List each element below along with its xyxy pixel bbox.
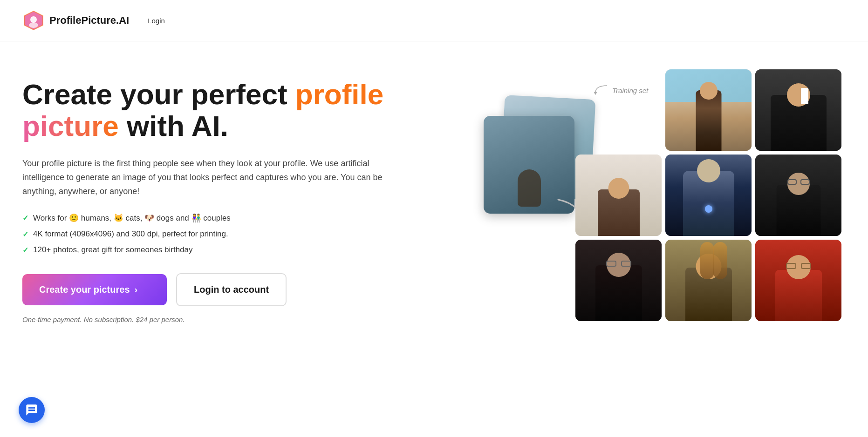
header: ProfilePicture.AI Login <box>0 0 868 41</box>
login-to-account-button[interactable]: Login to account <box>176 273 287 306</box>
svg-point-3 <box>29 22 38 28</box>
check-icon-1: ✓ <box>22 214 28 222</box>
photo-cell-7 <box>665 240 752 321</box>
nav-login-link[interactable]: Login <box>148 17 165 25</box>
left-content: Create your perfect profile picture with… <box>22 69 442 323</box>
create-button-label: Create your pictures <box>39 284 130 295</box>
photo-cell-2 <box>755 69 841 151</box>
logo-text: ProfilePicture.AI <box>49 14 129 27</box>
create-button-arrow: › <box>135 284 138 295</box>
results-grid <box>575 69 846 321</box>
photo-cell-5 <box>755 155 841 236</box>
photo-cell-1 <box>665 69 752 151</box>
hero-description: Your profile picture is the first thing … <box>22 157 404 198</box>
photo-cell-6 <box>575 240 662 321</box>
create-pictures-button[interactable]: Create your pictures › <box>22 274 167 305</box>
photo-cell-4 <box>665 155 752 236</box>
photo-cell-3 <box>575 155 662 236</box>
photo-cell-8 <box>755 240 841 321</box>
right-content: Training set <box>460 69 846 437</box>
logo-area: ProfilePicture.AI <box>22 9 129 32</box>
feature-item-1: ✓ Works for 🙂 humans, 🐱 cats, 🐶 dogs and… <box>22 213 442 223</box>
svg-point-2 <box>30 16 37 23</box>
hero-title-part3: with AI. <box>119 110 228 142</box>
pricing-note: One-time payment. No subscription. $24 p… <box>22 316 442 323</box>
feature-item-2: ✓ 4K format (4096x4096) and 300 dpi, per… <box>22 229 442 239</box>
features-list: ✓ Works for 🙂 humans, 🐱 cats, 🐶 dogs and… <box>22 213 442 255</box>
feature-text-3: 120+ photos, great gift for someones bir… <box>33 245 193 255</box>
hero-title: Create your perfect profile picture with… <box>22 79 442 142</box>
chat-bubble-button[interactable] <box>19 397 45 423</box>
feature-text-2: 4K format (4096x4096) and 300 dpi, perfe… <box>33 229 228 239</box>
feature-item-3: ✓ 120+ photos, great gift for someones b… <box>22 245 442 255</box>
cta-buttons: Create your pictures › Login to account <box>22 273 442 306</box>
hero-title-part1: Create your perfect <box>22 78 295 110</box>
main-container: Create your perfect profile picture with… <box>0 41 868 437</box>
hero-title-part2: picture <box>22 110 119 142</box>
feature-text-1: Works for 🙂 humans, 🐱 cats, 🐶 dogs and 👫… <box>33 213 231 223</box>
logo-icon <box>22 9 45 32</box>
hero-title-highlight1: profile <box>295 78 383 110</box>
check-icon-2: ✓ <box>22 230 28 239</box>
check-icon-3: ✓ <box>22 246 28 255</box>
